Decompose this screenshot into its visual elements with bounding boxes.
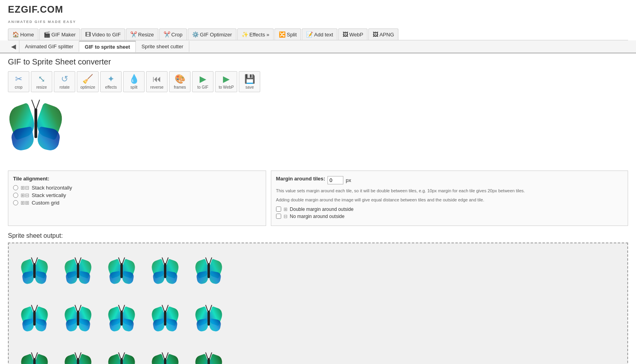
sub-nav-item-gif-splitter[interactable]: Animated GIF splitter (19, 41, 79, 52)
toolbar: ✂crop⤡resize↺rotate🧹optimize✦effects💧spl… (8, 71, 628, 92)
tool-label-effects: effects (105, 85, 117, 89)
nav-item-crop[interactable]: ✂️Crop (159, 28, 187, 40)
tool-btn-save[interactable]: 💾save (239, 71, 260, 92)
sub-navigation: ◀ Animated GIF splitterGIF to sprite she… (0, 40, 636, 53)
to-gif-icon: ▶ (200, 74, 206, 84)
tool-label-reverse: reverse (150, 85, 164, 89)
tool-btn-reverse[interactable]: ⏮reverse (146, 71, 168, 92)
tool-label-frames: frames (174, 85, 186, 89)
sprite-grid (13, 247, 623, 364)
tool-btn-to-webp[interactable]: ▶to WebP (215, 71, 237, 92)
stack-vertical-label: Stack vertically (32, 192, 66, 198)
no-margin-option: ⊟ No margin around outside (276, 214, 623, 219)
crop-icon: ✂️ (164, 31, 170, 38)
to-webp-icon: ▶ (223, 74, 230, 84)
stack-horizontal-option: ⊞⊟ Stack horizontally (13, 185, 261, 191)
sprite-frame (187, 295, 230, 342)
custom-grid-label: Custom grid (32, 200, 59, 206)
sub-nav-item-gif-to-sprite[interactable]: GIF to sprite sheet (79, 41, 136, 52)
margin-description2: Adding double margin around the image wi… (276, 197, 623, 203)
sprite-frame (100, 342, 143, 364)
resize-icon: ✂️ (130, 31, 137, 38)
tool-btn-to-gif[interactable]: ▶to GIF (192, 71, 213, 92)
tool-btn-split[interactable]: 💧split (123, 71, 145, 92)
nav-item-resize[interactable]: ✂️Resize (126, 28, 158, 40)
no-margin-label: No margin around outside (290, 214, 345, 219)
effects-icon: ✨ (242, 31, 248, 38)
margin-title: Margin around tiles: (276, 176, 325, 182)
gif-optimizer-icon: ⚙️ (192, 31, 199, 38)
page-title: GIF to Sprite Sheet converter (8, 57, 628, 66)
sprite-sheet-output (8, 243, 628, 364)
tool-btn-optimize[interactable]: 🧹optimize (77, 71, 99, 92)
tool-label-save: save (246, 85, 254, 89)
nav-item-gif-maker[interactable]: 🎬GIF Maker (39, 28, 80, 40)
double-margin-checkbox[interactable] (276, 207, 281, 212)
tool-btn-crop[interactable]: ✂crop (8, 71, 29, 92)
tool-label-to-webp: to WebP (219, 85, 234, 89)
sprite-frame (100, 247, 143, 295)
stack-horizontal-label: Stack horizontally (32, 185, 72, 191)
custom-grid-radio[interactable] (13, 200, 18, 205)
nav-item-apng[interactable]: 🖼APNG (368, 28, 398, 40)
tile-alignment-panel: Tile alignment: ⊞⊟ Stack horizontally ⊞⊟… (8, 171, 266, 226)
margin-options-panel: Margin around tiles: px This value sets … (271, 171, 628, 226)
no-margin-checkbox[interactable] (276, 214, 281, 219)
sub-nav-back[interactable]: ◀ (8, 40, 19, 53)
sprite-frame (100, 295, 143, 342)
sprite-frame (56, 342, 100, 364)
home-icon: 🏠 (12, 31, 19, 38)
sprite-frame (13, 342, 56, 364)
stack-horizontal-radio[interactable] (13, 185, 18, 190)
main-nav: 🏠Home🎬GIF Maker🎞Video to GIF✂️Resize✂️Cr… (8, 28, 628, 40)
apng-icon: 🖼 (373, 31, 378, 38)
sprite-frame (56, 295, 100, 342)
resize-icon: ⤡ (38, 74, 45, 84)
output-title: Sprite sheet output: (8, 232, 628, 239)
sprite-frame (13, 247, 56, 295)
nav-item-video-to-gif[interactable]: 🎞Video to GIF (81, 28, 125, 40)
save-icon: 💾 (244, 74, 255, 84)
nav-item-home[interactable]: 🏠Home (8, 28, 38, 40)
tool-btn-rotate[interactable]: ↺rotate (54, 71, 75, 92)
tool-btn-frames[interactable]: 🎨frames (169, 71, 190, 92)
nav-item-split[interactable]: 🔀Split (274, 28, 301, 40)
output-section: Sprite sheet output: (8, 232, 628, 364)
nav-item-add-text[interactable]: 📝Add text (302, 28, 337, 40)
sprite-frame (13, 295, 56, 342)
tool-btn-effects[interactable]: ✦effects (100, 71, 122, 92)
sprite-frame (143, 247, 187, 295)
stack-vertical-radio[interactable] (13, 193, 18, 198)
optimize-icon: 🧹 (82, 74, 93, 84)
video-to-gif-icon: 🎞 (85, 31, 91, 38)
tool-label-optimize: optimize (80, 85, 95, 89)
margin-description: This value sets margin around each tile,… (276, 188, 623, 194)
site-logo: EZGIF.COM ANIMATED GIFS MADE EASY (8, 4, 628, 25)
sprite-frame (187, 247, 230, 295)
options-row: Tile alignment: ⊞⊟ Stack horizontally ⊞⊟… (8, 171, 628, 226)
sprite-frame (187, 342, 230, 364)
sub-nav-item-sprite-cutter[interactable]: Sprite sheet cutter (136, 41, 189, 52)
frames-icon: 🎨 (175, 74, 185, 84)
add-text-icon: 📝 (306, 31, 313, 38)
tool-label-resize: resize (36, 85, 47, 89)
webp-icon: 🖼 (343, 31, 348, 38)
effects-icon: ✦ (107, 74, 114, 84)
tool-label-crop: crop (15, 85, 22, 89)
split-icon: 🔀 (279, 31, 286, 38)
gif-preview (8, 99, 71, 166)
tool-btn-resize[interactable]: ⤡resize (31, 71, 52, 92)
nav-item-effects[interactable]: ✨Effects » (237, 28, 274, 40)
nav-item-gif-optimizer[interactable]: ⚙️GIF Optimizer (188, 28, 236, 40)
margin-unit: px (346, 177, 351, 183)
sprite-frame (143, 342, 187, 364)
reverse-icon: ⏮ (152, 74, 161, 84)
double-margin-option: ⊞ Double margin around outside (276, 207, 623, 212)
nav-item-webp[interactable]: 🖼WebP (338, 28, 368, 40)
rotate-icon: ↺ (61, 74, 68, 84)
sprite-frame (56, 247, 100, 295)
stack-vertical-option: ⊞⊟ Stack vertically (13, 192, 261, 198)
margin-input[interactable] (328, 176, 343, 184)
crop-icon: ✂ (15, 74, 22, 84)
double-margin-label: Double margin around outside (290, 207, 354, 212)
